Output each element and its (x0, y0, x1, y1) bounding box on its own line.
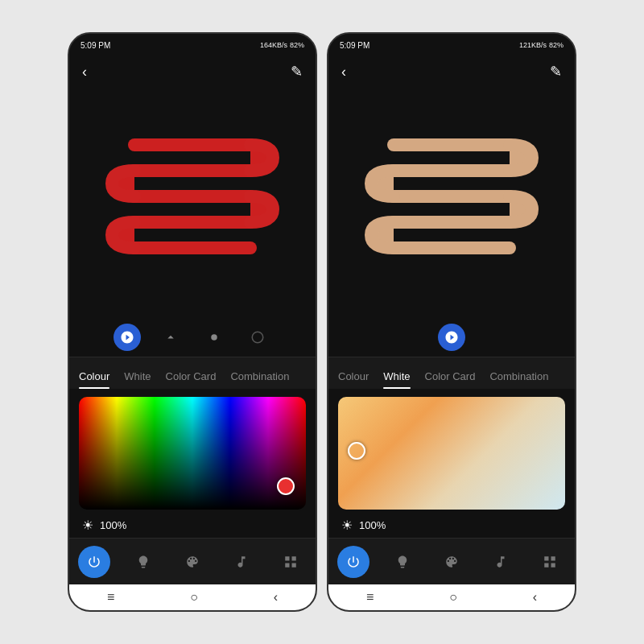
bulb-button-left[interactable] (127, 546, 159, 578)
power-button-left[interactable] (78, 546, 110, 578)
control-icons-left (69, 318, 316, 357)
svg-point-5 (211, 334, 217, 341)
back-sys-icon-left[interactable]: ‹ (274, 590, 278, 605)
svg-rect-0 (128, 138, 257, 151)
scene-mode-icon-left[interactable] (157, 324, 184, 351)
svg-rect-4 (128, 242, 257, 254)
light-display-left (69, 87, 316, 318)
color-mode-icon-left[interactable] (114, 324, 141, 351)
home-icon-right[interactable]: ○ (449, 590, 457, 605)
svg-rect-3 (128, 216, 257, 229)
snake-light-right (363, 114, 540, 291)
status-right-left: 164KB/s 82% (260, 41, 304, 49)
color-picker-left[interactable] (79, 397, 306, 510)
phone-right: 5:09 PM 121KB/s 82% ‹ ✎ (327, 32, 576, 612)
brightness-icon-right: ☀ (341, 518, 353, 533)
tab-white-left[interactable]: White (124, 370, 151, 389)
tab-colorcard-right[interactable]: Color Card (425, 370, 476, 389)
grid-button-right[interactable] (534, 546, 566, 578)
color-cursor-right[interactable] (348, 442, 365, 460)
tab-colorcard-left[interactable]: Color Card (166, 370, 217, 389)
edit-button-left[interactable]: ✎ (291, 63, 303, 80)
svg-rect-1 (128, 164, 257, 177)
tab-combination-left[interactable]: Combination (230, 370, 289, 389)
color-mode-icon-right[interactable] (438, 324, 465, 351)
color-cursor-left[interactable] (277, 477, 295, 495)
snake-light-left (104, 114, 281, 291)
system-bar-left: ≡ ○ ‹ (69, 584, 316, 610)
music-button-left[interactable] (225, 546, 258, 578)
menu-icon-left[interactable]: ≡ (107, 590, 114, 605)
grid-button-left[interactable] (275, 546, 307, 578)
back-button-left[interactable]: ‹ (82, 64, 87, 80)
svg-rect-11 (387, 242, 516, 254)
main-container: 5:09 PM 164KB/s 82% ‹ ✎ (52, 16, 592, 628)
control-icons-right (328, 318, 575, 357)
time-left: 5:09 PM (80, 41, 110, 50)
battery-left: 82% (290, 41, 304, 49)
palette-button-left[interactable] (176, 546, 208, 578)
brightness-value-left: 100% (100, 519, 126, 531)
tab-combination-right[interactable]: Combination (489, 370, 548, 389)
color-picker-right[interactable] (338, 397, 565, 510)
svg-rect-2 (128, 190, 257, 203)
brightness-row-left: ☀ 100% (69, 513, 316, 538)
svg-point-6 (252, 332, 263, 343)
timer-icon-left[interactable] (244, 324, 271, 351)
color-gradient-left[interactable] (79, 397, 306, 510)
status-bar-left: 5:09 PM 164KB/s 82% (69, 34, 316, 56)
light-display-right (328, 87, 575, 318)
tabs-left: Colour White Color Card Combination (69, 357, 316, 389)
phone-left: 5:09 PM 164KB/s 82% ‹ ✎ (68, 32, 317, 612)
tab-colour-left[interactable]: Colour (79, 370, 109, 389)
back-sys-icon-right[interactable]: ‹ (533, 590, 537, 605)
menu-icon-right[interactable]: ≡ (366, 590, 374, 605)
home-icon-left[interactable]: ○ (190, 590, 198, 605)
brightness-icon-left: ☀ (82, 518, 93, 533)
music-button-right[interactable] (485, 546, 517, 578)
system-bar-right: ≡ ○ ‹ (328, 584, 575, 610)
back-button-right[interactable]: ‹ (341, 64, 346, 80)
color-gradient-right[interactable] (338, 397, 565, 510)
status-bar-right: 5:09 PM 121KB/s 82% (328, 34, 575, 56)
palette-button-right[interactable] (436, 546, 468, 578)
brightness-value-right: 100% (359, 519, 386, 531)
time-right: 5:09 PM (340, 41, 369, 50)
effect-mode-icon-left[interactable] (200, 324, 228, 351)
nav-bar-left: ‹ ✎ (69, 56, 316, 87)
nav-bar-right: ‹ ✎ (328, 56, 575, 87)
info-right: 121KB/s (519, 41, 547, 49)
power-button-right[interactable] (337, 546, 369, 578)
tabs-right: Colour White Color Card Combination (328, 357, 575, 389)
tab-white-right[interactable]: White (383, 370, 410, 389)
edit-button-right[interactable]: ✎ (550, 63, 562, 80)
tab-colour-right[interactable]: Colour (338, 370, 369, 389)
battery-right: 82% (549, 41, 564, 49)
svg-rect-9 (387, 190, 516, 203)
bottom-nav-left (69, 538, 316, 584)
svg-rect-7 (387, 138, 516, 151)
bottom-nav-right (328, 538, 575, 584)
info-left: 164KB/s (260, 41, 287, 49)
svg-rect-8 (387, 164, 516, 177)
svg-rect-10 (387, 216, 516, 229)
bulb-button-right[interactable] (386, 546, 419, 578)
status-right-right: 121KB/s 82% (519, 41, 564, 49)
brightness-row-right: ☀ 100% (328, 513, 575, 538)
